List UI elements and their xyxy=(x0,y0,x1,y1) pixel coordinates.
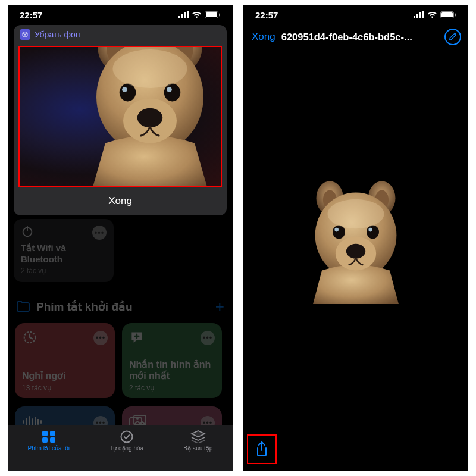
wifi-icon xyxy=(192,11,202,18)
svg-rect-33 xyxy=(50,431,55,436)
svg-point-31 xyxy=(136,418,139,420)
share-button-highlight[interactable] xyxy=(247,434,277,464)
svg-point-17 xyxy=(167,87,172,92)
svg-point-52 xyxy=(367,225,379,239)
card-more-icon[interactable]: ••• xyxy=(201,331,215,345)
stack-icon xyxy=(190,430,206,443)
svg-rect-40 xyxy=(422,11,424,18)
svg-rect-34 xyxy=(42,437,48,443)
status-icons xyxy=(414,11,456,18)
svg-point-13 xyxy=(137,108,163,127)
shortcut-card-wifi-bt[interactable]: ••• Tắt Wifi và Bluetooth 2 tác vụ xyxy=(14,219,114,282)
svg-rect-32 xyxy=(42,431,48,436)
quokka-image-cutout xyxy=(299,174,412,307)
card-more-icon[interactable]: ••• xyxy=(92,226,107,240)
banner-header: Убрать фон xyxy=(14,25,227,44)
grid-icon xyxy=(41,430,57,443)
svg-rect-39 xyxy=(419,12,421,18)
svg-point-15 xyxy=(164,83,181,101)
markup-button[interactable] xyxy=(444,29,461,45)
result-banner: Убрать фон xyxy=(14,25,227,215)
add-shortcut-button[interactable]: + xyxy=(215,298,224,316)
svg-point-51 xyxy=(333,225,345,239)
svg-rect-3 xyxy=(187,11,189,18)
cellular-icon xyxy=(178,11,189,18)
card-sub: 13 tác vụ xyxy=(22,384,108,392)
share-icon xyxy=(255,441,269,458)
svg-rect-37 xyxy=(414,16,415,18)
preview-header: Xong 620951d4-f0eb-4c6b-bd5c-... xyxy=(243,25,468,48)
status-time: 22:57 xyxy=(20,10,42,20)
status-bar: 22:57 xyxy=(8,5,233,25)
svg-rect-5 xyxy=(206,12,217,17)
quokka-image xyxy=(76,46,222,187)
shortcut-card-message-latest-image[interactable]: ••• Nhắn tin hình ảnh mới nhất 2 tác vụ xyxy=(122,323,222,398)
svg-rect-43 xyxy=(455,14,456,17)
battery-icon xyxy=(440,11,456,18)
tab-label: Bộ sưu tập xyxy=(183,445,212,452)
wifi-card-sub: 2 tác vụ xyxy=(21,267,107,275)
preview-canvas[interactable] xyxy=(243,48,468,433)
section-header: Phím tắt khởi đầu + xyxy=(8,282,233,322)
card-title: Nghỉ ngơi xyxy=(22,370,108,381)
tab-label: Phím tắt của tôi xyxy=(28,445,70,452)
svg-rect-6 xyxy=(219,14,220,17)
phone-shortcuts: 22:57 Убрать фон xyxy=(8,5,233,471)
svg-point-54 xyxy=(368,228,372,232)
svg-rect-1 xyxy=(181,14,183,18)
svg-rect-20 xyxy=(27,226,28,231)
tab-bar: Phím tắt của tôi Tự động hóa Bộ sưu tập xyxy=(8,425,233,471)
wifi-card-title: Tắt Wifi và Bluetooth xyxy=(21,243,107,265)
tab-my-shortcuts[interactable]: Phím tắt của tôi xyxy=(28,430,70,452)
svg-point-18 xyxy=(113,49,187,88)
done-link[interactable]: Xong xyxy=(252,31,275,43)
section-title: Phím tắt khởi đầu xyxy=(36,300,133,314)
shortcut-card-rest[interactable]: ••• Nghỉ ngơi 13 tác vụ xyxy=(15,323,115,398)
svg-point-55 xyxy=(328,199,384,228)
tab-gallery[interactable]: Bộ sưu tập xyxy=(183,430,212,452)
svg-point-53 xyxy=(334,228,339,232)
tab-automation[interactable]: Tự động hóa xyxy=(109,430,143,452)
tab-label: Tự động hóa xyxy=(109,445,143,452)
folder-icon xyxy=(16,300,30,312)
power-icon xyxy=(21,225,34,240)
shortcut-app-icon xyxy=(20,29,30,40)
result-image-highlight[interactable] xyxy=(18,46,222,187)
svg-rect-38 xyxy=(416,14,418,18)
status-icons xyxy=(178,11,221,18)
svg-rect-0 xyxy=(178,16,180,18)
wifi-icon xyxy=(427,11,437,18)
card-more-icon[interactable]: ••• xyxy=(93,331,108,345)
svg-point-14 xyxy=(120,83,136,101)
file-title: 620951d4-f0eb-4c6b-bd5c-... xyxy=(281,32,439,43)
svg-rect-2 xyxy=(184,12,186,18)
done-button[interactable]: Xong xyxy=(14,187,227,215)
clock-check-icon xyxy=(119,430,134,443)
svg-point-50 xyxy=(346,244,365,259)
battery-icon xyxy=(205,11,221,18)
message-plus-icon xyxy=(129,329,145,347)
status-time: 22:57 xyxy=(255,10,278,20)
svg-point-36 xyxy=(121,431,132,443)
cards-row-1: ••• Nghỉ ngơi 13 tác vụ ••• xyxy=(8,322,233,398)
preview-footer xyxy=(243,433,468,471)
svg-point-16 xyxy=(122,87,127,92)
svg-rect-42 xyxy=(441,12,453,17)
card-title: Nhắn tin hình ảnh mới nhất xyxy=(129,359,215,381)
card-sub: 2 tác vụ xyxy=(129,384,215,392)
phone-preview: 22:57 Xong 620951d4-f0eb-4c6b-bd5c-... xyxy=(243,5,468,471)
cellular-icon xyxy=(414,11,424,18)
status-bar: 22:57 xyxy=(243,5,468,25)
svg-rect-35 xyxy=(50,437,55,443)
timer-icon xyxy=(22,329,37,347)
background-content-dimmed: ••• Tắt Wifi và Bluetooth 2 tác vụ Phím … xyxy=(8,219,233,440)
banner-app-label: Убрать фон xyxy=(35,30,80,39)
